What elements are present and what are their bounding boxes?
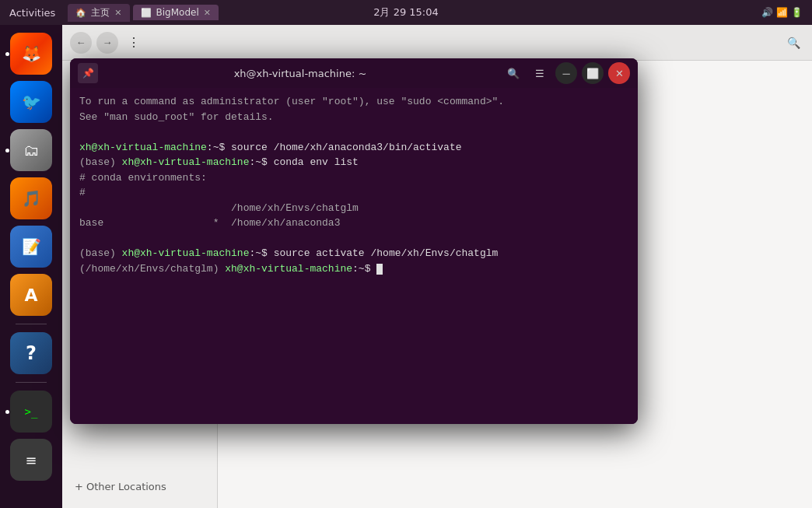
term-line-8: base * /home/xh/anaconda3: [79, 215, 628, 231]
dock-item-help[interactable]: ?: [10, 332, 52, 374]
bigmodel-tab-icon: ⬜: [141, 8, 152, 18]
appstore-icon: A: [24, 286, 37, 305]
tab-bigmodel-label: BigModel: [156, 7, 199, 18]
term-line-2: See "man sudo_root" for details.: [79, 110, 628, 125]
terminal-titlebar: 📌 xh@xh-virtual-machine: ~ 🔍 ☰ ─ ⬜ ✕: [70, 58, 638, 88]
dock-item-terminal[interactable]: >_: [10, 391, 52, 433]
tab-home-label: 主页: [91, 6, 110, 19]
dock-item-appstore[interactable]: A: [10, 274, 52, 316]
terminal-icon: >_: [25, 405, 38, 418]
terminal-maximize-button[interactable]: ⬜: [582, 62, 604, 84]
firefox-icon: 🦊: [22, 44, 41, 63]
term-line-7: /home/xh/Envs/chatglm: [79, 201, 628, 216]
dock-item-writer[interactable]: 📝: [10, 226, 52, 268]
term-line-1: To run a command as administrator (user …: [79, 94, 628, 110]
terminal-body[interactable]: To run a command as administrator (user …: [70, 88, 638, 424]
activities-button[interactable]: Activities: [9, 7, 55, 19]
terminal-active-dot: [5, 410, 9, 414]
topbar-left: Activities 🏠 主页 ✕ ⬜ BigModel ✕: [9, 4, 219, 22]
other-locations-label: + Other Locations: [75, 481, 166, 492]
fm-back-button[interactable]: ←: [70, 32, 92, 54]
writer-icon: 📝: [22, 237, 41, 256]
term-line-3: xh@xh-virtual-machine:~$ source /home/xh…: [79, 140, 628, 156]
topbar-datetime: 2月 29 15:04: [373, 5, 439, 19]
terminal-controls: 🔍 ☰ ─ ⬜ ✕: [502, 62, 630, 84]
home-tab-icon: 🏠: [75, 8, 86, 18]
bottom-icon: ≡: [25, 452, 37, 468]
term-line-6: #: [79, 185, 628, 201]
terminal-window: 📌 xh@xh-virtual-machine: ~ 🔍 ☰ ─ ⬜ ✕ To …: [70, 58, 638, 424]
dock-separator: [16, 324, 47, 324]
file-manager-header: ← → ⋮ 🔍: [62, 25, 812, 61]
term-line-5: # conda environments:: [79, 170, 628, 186]
terminal-cursor: [376, 264, 383, 275]
dock-item-thunderbird[interactable]: 🐦: [10, 81, 52, 123]
tab-home-close[interactable]: ✕: [114, 8, 121, 18]
dock-item-bottom[interactable]: ≡: [10, 439, 52, 481]
topbar-tabs: 🏠 主页 ✕ ⬜ BigModel ✕: [68, 4, 219, 22]
tab-bigmodel[interactable]: ⬜ BigModel ✕: [133, 5, 219, 20]
files-active-dot: [5, 149, 9, 152]
terminal-close-button[interactable]: ✕: [608, 62, 630, 84]
terminal-title: xh@xh-virtual-machine: ~: [104, 68, 496, 79]
dock-separator-2: [16, 382, 47, 383]
term-line-9: (base) xh@xh-virtual-machine:~$ source a…: [79, 246, 628, 261]
firefox-active-dot: [5, 52, 9, 56]
dock: 🦊 🐦 🗂 🎵 📝 A ? >_ ≡: [0, 25, 62, 508]
dock-item-rhythmbox[interactable]: 🎵: [10, 177, 52, 219]
term-line-4: (base) xh@xh-virtual-machine:~$ conda en…: [79, 155, 628, 170]
files-icon: 🗂: [23, 141, 39, 159]
terminal-minimize-button[interactable]: ─: [555, 62, 577, 84]
term-line-blank1: [79, 124, 628, 140]
thunderbird-icon: 🐦: [22, 93, 41, 111]
term-line-blank2: [79, 231, 628, 247]
fm-forward-button[interactable]: →: [96, 32, 118, 54]
terminal-menu-button[interactable]: ☰: [529, 62, 551, 84]
fm-search-button[interactable]: 🔍: [782, 32, 804, 54]
terminal-pin-button[interactable]: 📌: [78, 63, 98, 83]
help-icon: ?: [26, 342, 37, 364]
rhythmbox-icon: 🎵: [22, 189, 41, 208]
topbar: Activities 🏠 主页 ✕ ⬜ BigModel ✕ 2月 29 15:…: [0, 0, 812, 25]
tab-home[interactable]: 🏠 主页 ✕: [68, 4, 129, 22]
terminal-search-button[interactable]: 🔍: [502, 62, 524, 84]
dock-item-firefox[interactable]: 🦊: [10, 33, 52, 75]
fm-other-locations[interactable]: + Other Locations: [62, 473, 217, 500]
term-line-10: (/home/xh/Envs/chatglm) xh@xh-virtual-ma…: [79, 261, 628, 277]
tab-bigmodel-close[interactable]: ✕: [204, 8, 211, 18]
dock-item-files[interactable]: 🗂: [10, 129, 52, 171]
fm-more-button[interactable]: ⋮: [123, 32, 145, 54]
topbar-right: 🔊 📶 🔋: [761, 7, 803, 18]
